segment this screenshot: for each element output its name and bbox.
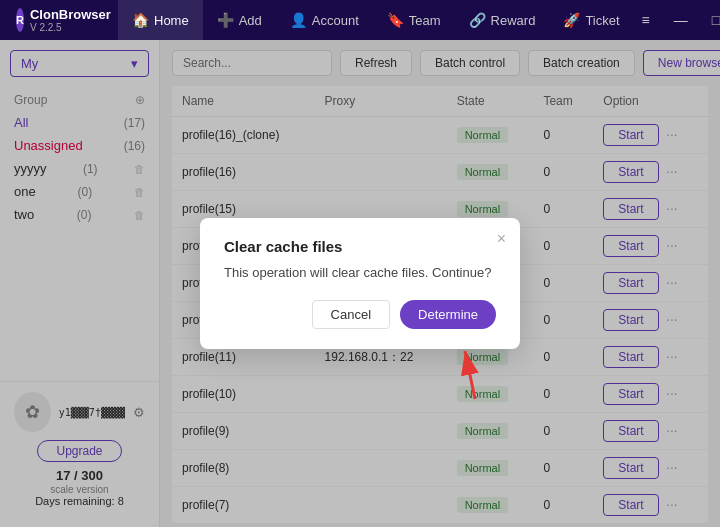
dialog-actions: Cancel Determine — [224, 300, 496, 329]
nav-ticket[interactable]: 🚀 Ticket — [549, 0, 633, 40]
dialog-message: This operation will clear cache files. C… — [224, 265, 496, 280]
app-name-block: ClonBrowser V 2.2.5 — [30, 7, 111, 33]
app-version: V 2.2.5 — [30, 22, 111, 33]
nav-reward[interactable]: 🔗 Reward — [455, 0, 550, 40]
maximize-button[interactable]: □ — [704, 8, 720, 32]
nav-account[interactable]: 👤 Account — [276, 0, 373, 40]
add-icon: ➕ — [217, 12, 234, 28]
reward-icon: 🔗 — [469, 12, 486, 28]
arrow-indicator — [420, 339, 490, 404]
determine-button[interactable]: Determine — [400, 300, 496, 329]
app-logo: R ClonBrowser V 2.2.5 — [8, 7, 118, 33]
app-name: ClonBrowser — [30, 7, 111, 22]
dialog-title: Clear cache files — [224, 238, 496, 255]
team-icon: 🔖 — [387, 12, 404, 28]
ticket-icon: 🚀 — [563, 12, 580, 28]
home-icon: 🏠 — [132, 12, 149, 28]
nav-team[interactable]: 🔖 Team — [373, 0, 455, 40]
menu-button[interactable]: ≡ — [634, 8, 658, 32]
app-icon: R — [16, 8, 24, 32]
svg-line-1 — [465, 351, 475, 399]
nav-add[interactable]: ➕ Add — [203, 0, 276, 40]
overlay: Clear cache files × This operation will … — [0, 40, 720, 527]
window-controls: ≡ — □ ✕ — [634, 8, 720, 32]
nav-home[interactable]: 🏠 Home — [118, 0, 203, 40]
cancel-button[interactable]: Cancel — [312, 300, 390, 329]
close-icon[interactable]: × — [497, 230, 506, 248]
account-icon: 👤 — [290, 12, 307, 28]
dialog: Clear cache files × This operation will … — [200, 218, 520, 349]
nav-items: 🏠 Home ➕ Add 👤 Account 🔖 Team 🔗 Reward 🚀… — [118, 0, 634, 40]
minimize-button[interactable]: — — [666, 8, 696, 32]
titlebar: R ClonBrowser V 2.2.5 🏠 Home ➕ Add 👤 Acc… — [0, 0, 720, 40]
